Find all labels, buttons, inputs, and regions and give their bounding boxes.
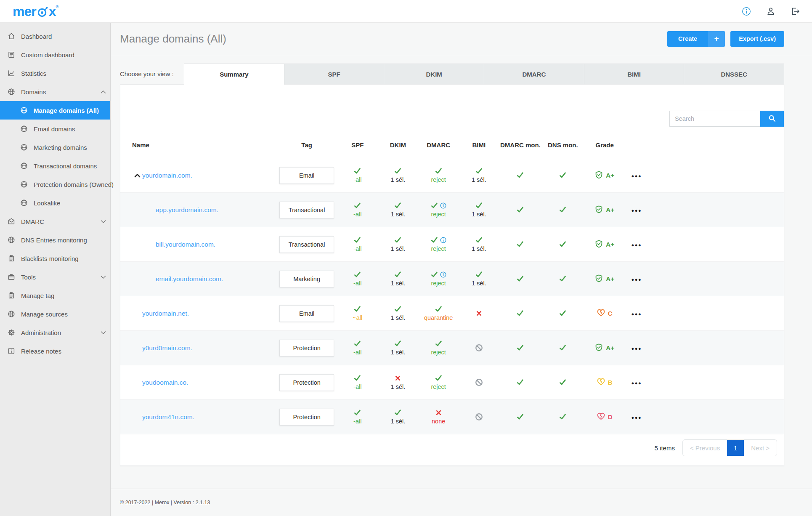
sidebar-item-transactional-domains[interactable]: Transactional domains bbox=[0, 157, 110, 175]
create-button[interactable]: Create + bbox=[667, 31, 725, 47]
column-header-spf: SPF bbox=[337, 135, 378, 158]
table-header-row: NameTagSPFDKIMDMARCBIMIDMARC mon.DNS mon… bbox=[120, 135, 784, 158]
sidebar-item-statistics[interactable]: Statistics bbox=[0, 64, 110, 82]
user-icon[interactable] bbox=[766, 6, 776, 16]
sidebar-item-manage-tag[interactable]: Manage tag bbox=[0, 286, 110, 305]
domain-link[interactable]: yourdom41n.com. bbox=[142, 413, 194, 421]
sidebar-item-lookalike[interactable]: Lookalike bbox=[0, 194, 110, 212]
chevron-down-icon bbox=[101, 331, 106, 335]
domain-link[interactable]: yourdomain.com. bbox=[142, 172, 192, 179]
domain-link[interactable]: yourdomain.net. bbox=[142, 310, 189, 317]
sidebar-item-email-domains[interactable]: Email domains bbox=[0, 120, 110, 138]
sidebar-item-manage-domains-all[interactable]: Manage domains (All) bbox=[0, 101, 110, 120]
domain-link[interactable]: youdoomain.co. bbox=[142, 379, 188, 386]
chevron-down-icon bbox=[101, 220, 106, 223]
tag-badge: Transactional bbox=[279, 236, 334, 253]
export-csv-button[interactable]: Export (.csv) bbox=[730, 31, 784, 47]
search-input[interactable] bbox=[669, 111, 760, 127]
grade-heart-icon bbox=[597, 412, 605, 421]
sidebar-item-custom-dashboard[interactable]: Custom dashboard bbox=[0, 45, 110, 64]
sidebar-item-dns-entries-monitoring[interactable]: DNS Entries monitoring bbox=[0, 231, 110, 249]
chevron-up-icon bbox=[101, 90, 106, 94]
row-actions-button[interactable]: ●●● bbox=[632, 415, 642, 420]
tag-badge: Protection bbox=[279, 409, 334, 426]
tag-badge: Protection bbox=[279, 340, 334, 356]
sidebar-item-administration[interactable]: Administration bbox=[0, 323, 110, 342]
row-actions-cell: ●●● bbox=[625, 296, 648, 331]
column-header-tag: Tag bbox=[276, 135, 337, 158]
sidebar-item-label: DNS Entries monitoring bbox=[21, 237, 87, 244]
globe-icon bbox=[20, 181, 28, 188]
tab-dkim[interactable]: DKIM bbox=[384, 64, 484, 84]
globe-icon bbox=[20, 162, 28, 170]
dns-mon-status bbox=[541, 331, 584, 365]
row-actions-button[interactable]: ●●● bbox=[632, 173, 642, 178]
page-title: Manage domains (All) bbox=[120, 32, 667, 45]
grade-cell: A+ bbox=[584, 193, 625, 227]
gear-icon bbox=[8, 329, 15, 336]
tab-summary[interactable]: Summary bbox=[184, 64, 284, 85]
domains-table: NameTagSPFDKIMDMARCBIMIDMARC mon.DNS mon… bbox=[120, 135, 784, 434]
spf-status: -all bbox=[337, 331, 378, 365]
sidebar-item-blacklists-monitoring[interactable]: Blacklists monitoring bbox=[0, 249, 110, 268]
tab-bimi[interactable]: BIMI bbox=[584, 64, 685, 84]
row-actions-cell: ●●● bbox=[625, 262, 648, 296]
grade-cell: D bbox=[584, 400, 625, 434]
row-actions-button[interactable]: ●●● bbox=[632, 242, 642, 247]
row-actions-button[interactable]: ●●● bbox=[632, 277, 642, 282]
row-actions-button[interactable]: ●●● bbox=[632, 311, 642, 317]
tag-cell: Protection bbox=[276, 400, 337, 434]
sidebar-item-dmarc[interactable]: DMARC bbox=[0, 212, 110, 231]
sidebar-item-domains[interactable]: Domains bbox=[0, 82, 110, 101]
sidebar-item-protection-domains-owned[interactable]: Protection domains (Owned) bbox=[0, 175, 110, 194]
globe-icon bbox=[20, 106, 28, 114]
search-button[interactable] bbox=[760, 111, 784, 127]
logout-icon[interactable] bbox=[790, 6, 800, 16]
sidebar-item-label: Email domains bbox=[34, 125, 75, 133]
sidebar-item-marketing-domains[interactable]: Marketing domains bbox=[0, 138, 110, 157]
domain-link[interactable]: email.yourdomain.com. bbox=[156, 275, 223, 283]
dmarc-mon-status bbox=[499, 331, 541, 365]
row-actions-button[interactable]: ●●● bbox=[632, 380, 642, 386]
tab-spf[interactable]: SPF bbox=[284, 64, 385, 84]
tab-dnssec[interactable]: DNSSEC bbox=[684, 64, 784, 84]
bimi-status bbox=[459, 331, 499, 365]
sidebar-item-manage-sources[interactable]: Manage sources bbox=[0, 305, 110, 323]
sidebar-item-label: Administration bbox=[21, 329, 61, 336]
previous-page-button[interactable]: < Previous bbox=[683, 440, 727, 456]
info-icon[interactable] bbox=[741, 6, 751, 16]
sidebar-item-dashboard[interactable]: Dashboard bbox=[0, 27, 110, 45]
sidebar-item-label: Lookalike bbox=[34, 199, 60, 207]
column-header-name: Name bbox=[120, 135, 276, 158]
clipboard-icon bbox=[8, 255, 15, 262]
globe-icon bbox=[20, 199, 28, 207]
domain-name-cell: yourdom41n.com. bbox=[120, 400, 276, 434]
domain-link[interactable]: app.yourdomain.com. bbox=[156, 206, 218, 214]
collapse-caret-icon[interactable] bbox=[134, 173, 142, 178]
sidebar-item-tools[interactable]: Tools bbox=[0, 268, 110, 286]
dns-mon-status bbox=[541, 227, 584, 262]
next-page-button[interactable]: Next > bbox=[744, 440, 777, 456]
globe-icon bbox=[8, 236, 15, 244]
sidebar-item-release-notes[interactable]: Release notes bbox=[0, 342, 110, 360]
tag-cell: Protection bbox=[276, 365, 337, 400]
row-actions-button[interactable]: ●●● bbox=[632, 346, 642, 351]
grade-shield-icon bbox=[595, 343, 603, 353]
table-row: yourdomain.net.Email~all1 sél.quarantine… bbox=[120, 296, 784, 331]
bimi-status: 1 sél. bbox=[459, 227, 499, 262]
domain-link[interactable]: y0urd0main.com. bbox=[142, 344, 192, 352]
tag-badge: Marketing bbox=[279, 271, 334, 287]
content: Choose your view : SummarySPFDKIMDMARCBI… bbox=[111, 55, 812, 489]
column-header-actions bbox=[625, 135, 648, 158]
tab-dmarc[interactable]: DMARC bbox=[484, 64, 584, 84]
grade-cell: A+ bbox=[584, 331, 625, 365]
domain-link[interactable]: bill.yourdomain.com. bbox=[156, 241, 215, 248]
create-button-label: Create bbox=[667, 31, 708, 47]
current-page-button[interactable]: 1 bbox=[727, 440, 744, 456]
topbar-icons bbox=[741, 6, 800, 16]
doc-icon bbox=[8, 51, 15, 59]
row-actions-button[interactable]: ●●● bbox=[632, 208, 642, 213]
spf-status: ~all bbox=[337, 296, 378, 331]
table-row: app.yourdomain.com.Transactional-all1 sé… bbox=[120, 193, 784, 227]
sidebar-item-label: Statistics bbox=[21, 70, 46, 77]
